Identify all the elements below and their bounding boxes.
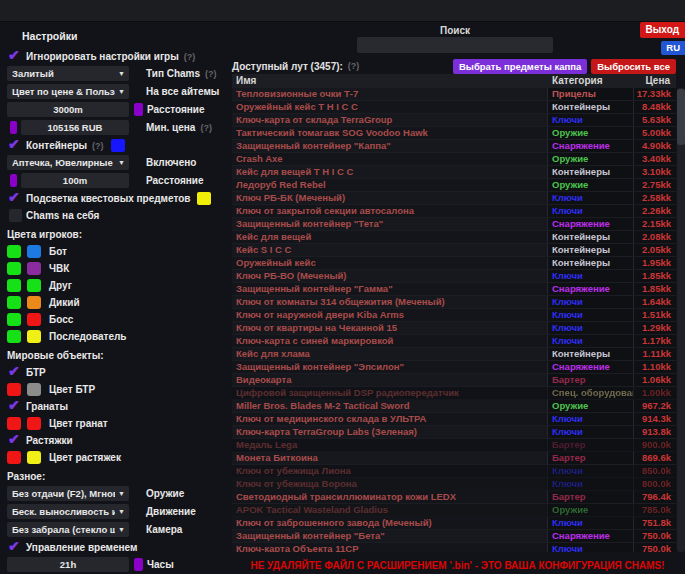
weapon-dropdown[interactable]: Без отдачи (F2), Мгновенное п ▼: [7, 486, 129, 501]
camera-dropdown[interactable]: Без забрала (стекло шлема) ▼: [7, 522, 129, 537]
distance-color-swatch[interactable]: [134, 103, 143, 116]
world-object-checkbox[interactable]: ✔: [9, 434, 22, 447]
column-header-category[interactable]: Категория: [548, 74, 634, 88]
table-row[interactable]: Защищенный контейнер "Эпсилон"Снаряжение…: [232, 361, 676, 374]
table-row[interactable]: Ключ от заброшенного завода (Меченый)Клю…: [232, 517, 676, 530]
table-row[interactable]: Ключ РБ-ВО (Меченый)Ключи1.85kk: [232, 270, 676, 283]
world-object-checkbox[interactable]: ✔: [9, 400, 22, 413]
table-row[interactable]: Цифровой защищенный DSP радиопередатчикС…: [232, 387, 676, 400]
chams-self-checkbox[interactable]: [9, 209, 22, 222]
table-row[interactable]: Ключ от наружной двери Kiba ArmsКлючи1.5…: [232, 309, 676, 322]
column-header-name[interactable]: Имя: [232, 74, 548, 88]
table-row[interactable]: Ключ от комнаты 314 общежития (Меченый)К…: [232, 296, 676, 309]
column-header-price[interactable]: Цена: [634, 74, 676, 88]
language-button[interactable]: RU: [661, 41, 685, 55]
player-color-swatch-secondary[interactable]: [27, 313, 41, 326]
drop-all-button[interactable]: Выбросить все: [591, 59, 676, 74]
item-category: Оружие: [548, 127, 634, 139]
table-row[interactable]: Crash AxeОружие3.40kk: [232, 153, 676, 166]
table-row[interactable]: Ключ-карта Объекта 11СРКлючи750.0k: [232, 543, 676, 552]
table-row[interactable]: Защищенный контейнер "Гамма"Снаряжение1.…: [232, 283, 676, 296]
table-row[interactable]: Ключ от убежища ЛионаКлючи850.0k: [232, 465, 676, 478]
table-row[interactable]: Защищенный контейнер "Тета"Снаряжение2.1…: [232, 218, 676, 231]
table-row[interactable]: Ключ от убежища ВоронаКлючи800.0k: [232, 478, 676, 491]
help-icon[interactable]: (?): [92, 141, 104, 151]
table-row[interactable]: Кейс S I C CКонтейнеры2.05kk: [232, 244, 676, 257]
table-row[interactable]: Кейс для хламаКонтейнеры1.11kk: [232, 348, 676, 361]
table-row[interactable]: Ключ от медицинского склада в УЛЬТРАКлюч…: [232, 413, 676, 426]
min-price-input[interactable]: 105156 RUB: [21, 120, 129, 135]
table-row[interactable]: ВидеокартаБартер1.06kk: [232, 374, 676, 387]
category-filter-dropdown[interactable]: Аптечка, Ювелирные и... ▼: [7, 155, 129, 170]
help-icon[interactable]: (?): [205, 69, 217, 79]
player-color-swatch-secondary[interactable]: [27, 262, 41, 275]
table-row[interactable]: Кейс для вещейКонтейнеры2.08kk: [232, 231, 676, 244]
player-color-swatch-secondary[interactable]: [27, 330, 41, 343]
table-row[interactable]: Miller Bros. Blades M-2 Tactical SwordОр…: [232, 400, 676, 413]
world-color-swatch-secondary[interactable]: [27, 417, 41, 430]
table-row[interactable]: Оружейный кейсКонтейнеры1.95kk: [232, 257, 676, 270]
table-row[interactable]: Ледоруб Red RebelОружие2.75kk: [232, 179, 676, 192]
table-row[interactable]: Защищенный контейнер "Бета"Снаряжение750…: [232, 530, 676, 543]
min-price-color-swatch[interactable]: [10, 121, 17, 134]
search-input[interactable]: [357, 37, 553, 53]
exit-button[interactable]: Выход: [640, 22, 685, 38]
table-row[interactable]: Ключ-карта с синей маркировкойКлючи1.17k…: [232, 335, 676, 348]
player-color-swatch-primary[interactable]: [7, 296, 21, 309]
table-row[interactable]: APOK Tactical Wasteland GladiusОружие785…: [232, 504, 676, 517]
chams-type-dropdown[interactable]: Залитый ▼: [7, 66, 129, 81]
world-color-swatch-secondary[interactable]: [27, 383, 41, 396]
table-row[interactable]: Ключ РБ-БК (Меченый)Ключи2.58kk: [232, 192, 676, 205]
table-row[interactable]: Ключ от закрытой секции автосалонаКлючи2…: [232, 205, 676, 218]
player-color-swatch-primary[interactable]: [7, 313, 21, 326]
color-mode-dropdown[interactable]: Цвет по цене & Пользователь ▼: [7, 84, 129, 99]
world-color-swatch-primary[interactable]: [7, 451, 21, 464]
scrollbar-thumb[interactable]: [677, 89, 685, 145]
movement-dropdown[interactable]: Беск. выносливость и нет уста ▼: [7, 504, 129, 519]
loot-scrollbar[interactable]: [677, 88, 685, 552]
item-category: Бартер: [548, 439, 634, 451]
help-icon[interactable]: (?): [184, 52, 196, 62]
player-color-swatch-primary[interactable]: [7, 330, 21, 343]
movement-label: Движение: [146, 506, 196, 517]
table-row[interactable]: Монета БиткоинаБартер869.6k: [232, 452, 676, 465]
player-color-swatch-secondary[interactable]: [27, 296, 41, 309]
player-color-swatch-primary[interactable]: [7, 279, 21, 292]
distance2-input[interactable]: 100m: [21, 173, 129, 188]
select-kappa-items-button[interactable]: Выбрать предметы каппа: [453, 59, 587, 74]
table-row[interactable]: Медаль LegaБартер900.0k: [232, 439, 676, 452]
table-row[interactable]: Кейс для вещей T H I C CКонтейнеры3.10kk: [232, 166, 676, 179]
ignore-game-settings-checkbox[interactable]: ✔: [9, 50, 22, 63]
world-color-swatch-primary[interactable]: [7, 383, 21, 396]
quest-highlight-color-swatch[interactable]: [197, 192, 211, 205]
item-name: Защищенный контейнер "Гамма": [232, 283, 548, 295]
player-color-swatch-primary[interactable]: [7, 262, 21, 275]
distance-input[interactable]: 3000m: [7, 102, 129, 117]
player-color-swatch-secondary[interactable]: [27, 245, 41, 258]
table-row[interactable]: Защищенный контейнер "Каппа"Снаряжение4.…: [232, 140, 676, 153]
world-color-swatch-primary[interactable]: [7, 417, 21, 430]
hours-color-swatch[interactable]: [134, 558, 143, 571]
containers-color-swatch[interactable]: [111, 139, 125, 152]
player-color-swatch-secondary[interactable]: [27, 279, 41, 292]
table-row[interactable]: Оружейный кейс T H I C CКонтейнеры8.48kk: [232, 101, 676, 114]
table-row[interactable]: Ключ от квартиры на Чеканной 15Ключи1.29…: [232, 322, 676, 335]
player-color-swatch-primary[interactable]: [7, 245, 21, 258]
containers-checkbox[interactable]: ✔: [9, 139, 22, 152]
time-control-checkbox[interactable]: ✔: [9, 541, 22, 554]
table-row[interactable]: Ключ-карта от склада TerraGroupКлючи5.63…: [232, 114, 676, 127]
table-row[interactable]: Тактический томагавк SOG Voodoo HawkОруж…: [232, 127, 676, 140]
item-name: Защищенный контейнер "Эпсилон": [232, 361, 548, 373]
distance2-color-swatch[interactable]: [10, 174, 17, 187]
world-object-label: Растяжки: [26, 435, 73, 446]
world-color-swatch-secondary[interactable]: [27, 451, 41, 464]
item-category: Ключи: [548, 270, 634, 282]
hours-input[interactable]: 21h: [7, 557, 129, 572]
table-row[interactable]: Тепловизионные очки Т-7Прицелы17.33kk: [232, 88, 676, 101]
help-icon[interactable]: (?): [348, 61, 360, 71]
table-row[interactable]: Светодиодный трансиллюминатор кожи LEDXБ…: [232, 491, 676, 504]
quest-highlight-checkbox[interactable]: ✔: [9, 192, 22, 205]
table-row[interactable]: Ключ-карта TerraGroup Labs (Зеленая)Ключ…: [232, 426, 676, 439]
world-object-checkbox[interactable]: ✔: [9, 366, 22, 379]
help-icon[interactable]: (?): [200, 123, 212, 133]
